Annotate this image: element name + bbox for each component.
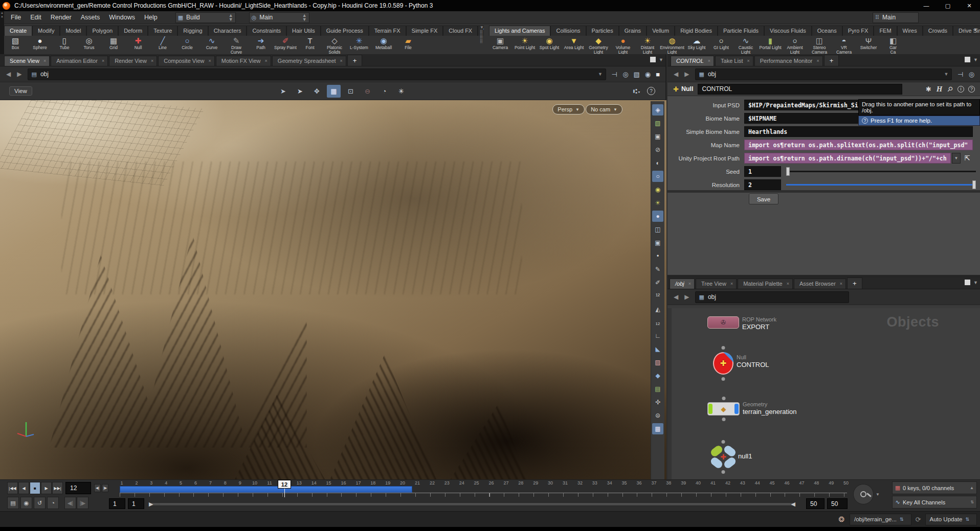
camera-menu[interactable]: No cam▼ — [586, 104, 622, 114]
shelf-tab[interactable]: Crowds — [923, 26, 953, 36]
shelf-tab[interactable]: Vellum — [647, 26, 675, 36]
close-tab-icon[interactable]: × — [688, 281, 691, 286]
play-icon[interactable]: ▶ — [41, 482, 52, 494]
shelf-tab[interactable]: Hair Utils — [286, 26, 321, 36]
network-path-field[interactable]: ▦ obj — [695, 291, 849, 303]
angle-snap-icon[interactable]: ∟ — [652, 330, 663, 341]
wireframe-diamond-icon[interactable]: ◆ — [652, 370, 663, 381]
render-flag[interactable] — [734, 404, 739, 414]
close-tab-icon[interactable]: × — [43, 58, 46, 63]
pane-menu-icon[interactable] — [965, 57, 970, 62]
auto-update-select[interactable]: Auto Update⇅ — [925, 514, 977, 525]
pane-tab[interactable]: Asset Browser× — [794, 279, 846, 289]
scrub-options-icon[interactable]: ↺ — [34, 497, 46, 509]
pane-tab[interactable]: Composite View× — [158, 56, 215, 66]
forward-icon[interactable]: ▶ — [681, 292, 692, 302]
close-tab-icon[interactable]: × — [151, 58, 153, 63]
pane-menu-icon[interactable] — [650, 57, 656, 62]
pen-icon[interactable]: ✐ — [652, 277, 663, 288]
node-terrain-generation[interactable]: ◆ Geometryterrain_generation — [707, 402, 740, 415]
expand-icon[interactable]: ▲ — [970, 486, 974, 490]
primitive-numbers-icon[interactable]: ₁₂ — [652, 317, 663, 328]
snapshot-icon[interactable]: ▩ — [652, 423, 663, 434]
jump-to-end-icon[interactable]: ▶▶| — [52, 482, 63, 494]
shelf-tab[interactable]: Polygon — [86, 26, 118, 36]
shelf-tool[interactable]: ∿Caustic Light — [734, 37, 757, 54]
viewport-help-icon[interactable]: ? — [647, 87, 655, 95]
close-tab-icon[interactable]: × — [208, 58, 211, 63]
follow-focus-icon[interactable]: ◎ — [966, 71, 977, 78]
pane-dropdown-icon[interactable]: ▼ — [973, 280, 978, 285]
path-dropdown-icon[interactable]: ▼ — [598, 72, 603, 77]
move-tool-icon[interactable]: ✥ — [310, 85, 324, 98]
headlight-icon[interactable]: ◉ — [652, 184, 663, 195]
parameter-dropdown-icon[interactable]: ▼ — [952, 153, 961, 164]
shelf-tab[interactable]: Modify — [32, 26, 60, 36]
set-key-button[interactable] — [853, 484, 874, 504]
material-shading-icon[interactable]: ● — [652, 211, 663, 222]
refresh-icon[interactable]: ⟳ — [911, 516, 925, 523]
shelf-tab[interactable]: Deform — [118, 26, 148, 36]
menu-item[interactable]: Windows — [104, 12, 140, 22]
secure-selection-icon[interactable]: ⊡ — [344, 85, 358, 98]
shelf-tab[interactable]: Oceans — [812, 26, 842, 36]
shelf-tool[interactable]: ☁Sky Light — [685, 37, 708, 50]
shelf-divider[interactable]: ▼⣿⣿⣿ — [480, 25, 488, 53]
jump-to-start-icon[interactable]: |◀◀ — [7, 482, 18, 494]
isolate-objects-icon[interactable]: ▧ — [652, 118, 663, 129]
playbar-options-icon[interactable]: ▤ — [7, 497, 19, 509]
playhead-flag[interactable]: 12 — [278, 480, 291, 489]
pane-tab[interactable]: +× — [824, 55, 839, 66]
updown-icon[interactable]: ⇅ — [970, 500, 974, 504]
pane-tab[interactable]: Take List× — [715, 56, 753, 66]
scene-path-field[interactable]: ▤ obj ▼ — [28, 68, 606, 80]
shelf-tool[interactable]: ◉Spot Light — [538, 37, 561, 50]
close-tab-icon[interactable]: × — [730, 281, 733, 286]
close-button[interactable]: ✕ — [959, 0, 980, 11]
lighting-icon[interactable]: ○ — [652, 171, 663, 182]
input-connector[interactable] — [722, 397, 725, 400]
next-key-icon[interactable]: |▶ — [102, 484, 108, 492]
particle-fan-icon[interactable]: ✣ — [652, 397, 663, 408]
range-slider-left-handle[interactable]: ▶ — [149, 501, 153, 507]
shelf-tool[interactable]: ▣Camera — [489, 37, 511, 50]
prev-key-icon[interactable]: ◀| — [94, 484, 101, 492]
audio-options-icon[interactable]: ◉ — [20, 497, 32, 509]
spinner-arrows-icon[interactable]: ▲▼ — [302, 13, 307, 21]
shelf-tool[interactable]: ◓VR Camera — [833, 37, 855, 54]
shelf-tool[interactable]: TFont — [299, 37, 321, 50]
shelf-tool[interactable]: ◆Geometry Light — [587, 37, 610, 54]
menu-item[interactable]: Render — [46, 12, 76, 22]
film-gate-icon[interactable]: ▤ — [652, 383, 663, 395]
pane-tab[interactable]: Performance Monitor× — [754, 56, 823, 66]
pane-tab[interactable]: Render View× — [109, 56, 157, 66]
view-mode-label[interactable]: View — [9, 86, 32, 96]
help-icon[interactable]: ? — [966, 84, 977, 95]
ghost-objects-icon[interactable]: ⊘ — [652, 144, 663, 155]
close-tab-icon[interactable]: × — [265, 58, 268, 63]
shelf-tool[interactable]: ◍Environment Light — [661, 37, 683, 54]
pin-pane-icon[interactable]: ⊣ — [955, 71, 966, 78]
path-dropdown-icon[interactable]: ▼ — [944, 72, 948, 77]
view-tool-icon[interactable]: ➤ — [276, 85, 290, 98]
close-tab-icon[interactable]: × — [102, 58, 104, 63]
select-visible-icon[interactable]: ◉ — [642, 71, 653, 78]
parameter-value-field[interactable]: 2 — [744, 179, 781, 190]
pane-edge-strip[interactable]: ▲▲ — [0, 11, 4, 54]
shelf-tool[interactable]: ∿Curve — [201, 37, 223, 50]
close-tab-icon[interactable]: × — [816, 58, 819, 63]
menu-item[interactable]: Edit — [26, 12, 46, 22]
pane-dropdown-icon[interactable]: ▼ — [973, 57, 978, 62]
forward-icon[interactable]: ▶ — [14, 70, 25, 79]
shelf-tool[interactable]: ○Circle — [176, 37, 198, 50]
shelf-tool[interactable]: ○Ambient Light — [784, 37, 806, 54]
stop-icon[interactable]: ■ — [30, 482, 40, 494]
shelf-overflow-icon[interactable]: ▼ — [973, 27, 978, 32]
shelf-tool[interactable]: ◇Platonic Solids — [323, 37, 346, 54]
shelf-tool[interactable]: ▯Tube — [53, 37, 76, 50]
shelf-tab[interactable]: Grains — [619, 26, 647, 36]
range-end-current-field[interactable]: 50 — [827, 498, 848, 509]
input-connector[interactable] — [722, 440, 725, 444]
shelf-tool[interactable]: ▧Box — [4, 37, 27, 50]
back-icon[interactable]: ◀ — [671, 70, 681, 79]
